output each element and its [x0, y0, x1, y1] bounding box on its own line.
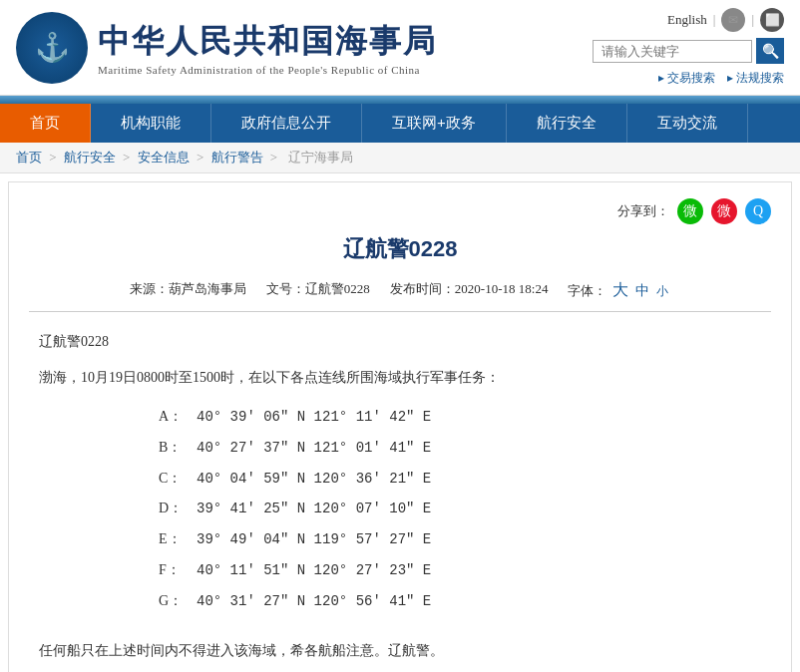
email-icon[interactable]: ✉ — [721, 8, 745, 32]
breadcrumb-home[interactable]: 首页 — [16, 150, 42, 165]
article-meta: 来源：葫芦岛海事局 文号：辽航警0228 发布时间：2020-10-18 18:… — [29, 280, 771, 312]
coord-row: B：40° 27′ 37″ N 121° 01′ 41″ E — [159, 433, 761, 464]
coord-row: E：39° 49′ 04″ N 119° 57′ 27″ E — [159, 524, 761, 555]
coord-label: A： — [159, 402, 189, 433]
header: 中华人民共和国海事局 Maritime Safety Administratio… — [0, 0, 800, 96]
exchange-link[interactable]: ▸ 交易搜索 — [658, 70, 715, 87]
nav-interact[interactable]: 互动交流 — [627, 104, 748, 143]
breadcrumb-sep2: > — [123, 150, 134, 165]
coord-row: C：40° 04′ 59″ N 120° 36′ 21″ E — [159, 464, 761, 495]
meta-time: 发布时间：2020-10-18 18:24 — [390, 280, 549, 301]
coord-value: 40° 31′ 27″ N 120° 56′ 41″ E — [197, 586, 431, 617]
article-title: 辽航警0228 — [29, 234, 771, 264]
breadcrumb-sep4: > — [270, 150, 281, 165]
search-bar — [593, 38, 784, 64]
breadcrumb-info[interactable]: 安全信息 — [138, 150, 190, 165]
font-label: 字体： — [568, 283, 606, 298]
logo-en-text: Maritime Safety Administration of the Pe… — [98, 64, 437, 76]
coord-row: D：39° 41′ 25″ N 120° 07′ 10″ E — [159, 494, 761, 524]
breadcrumb: 首页 > 航行安全 > 安全信息 > 航行警告 > 辽宁海事局 — [0, 143, 800, 173]
coord-row: G：40° 31′ 27″ N 120° 56′ 41″ E — [159, 586, 761, 617]
nav-internet[interactable]: 互联网+政务 — [362, 104, 507, 143]
coord-value: 40° 39′ 06″ N 121° 11′ 42″ E — [197, 402, 431, 433]
breadcrumb-sep3: > — [197, 150, 207, 165]
breadcrumb-current: 辽宁海事局 — [288, 150, 353, 165]
nav-gov[interactable]: 政府信息公开 — [211, 104, 362, 143]
meta-font: 字体： 大 中 小 — [568, 280, 670, 301]
divider2: | — [751, 12, 754, 28]
meta-docno: 文号：辽航警0228 — [266, 280, 370, 301]
coords-table: A：40° 39′ 06″ N 121° 11′ 42″ EB：40° 27′ … — [159, 402, 761, 617]
search-button[interactable] — [756, 38, 784, 64]
share-weibo-icon[interactable]: 微 — [711, 198, 737, 224]
nav-home[interactable]: 首页 — [0, 104, 91, 143]
nav-safety[interactable]: 航行安全 — [507, 104, 627, 143]
top-links: English | ✉ | ⬜ — [667, 8, 784, 32]
logo-area: 中华人民共和国海事局 Maritime Safety Administratio… — [16, 12, 437, 84]
coord-label: F： — [159, 555, 189, 586]
article-body: 辽航警0228 渤海，10月19日0800时至1500时，在以下各点连线所围海域… — [29, 328, 771, 665]
search-input[interactable] — [593, 40, 752, 63]
coord-label: G： — [159, 586, 189, 617]
coord-value: 40° 27′ 37″ N 121° 01′ 41″ E — [197, 433, 431, 464]
coord-label: E： — [159, 524, 189, 555]
body-intro: 辽航警0228 — [39, 328, 761, 356]
font-small[interactable]: 小 — [656, 284, 668, 298]
divider1: | — [713, 12, 716, 28]
logo-icon — [16, 12, 88, 84]
coord-row: F：40° 11′ 51″ N 120° 27′ 23″ E — [159, 555, 761, 586]
share-label: 分享到： — [617, 202, 669, 220]
coord-value: 40° 04′ 59″ N 120° 36′ 21″ E — [197, 464, 431, 495]
share-bar: 分享到： 微 微 Q — [29, 198, 771, 224]
header-right: English | ✉ | ⬜ ▸ 交易搜索 ▸ 法规搜索 — [593, 8, 784, 87]
quick-links: ▸ 交易搜索 ▸ 法规搜索 — [658, 70, 784, 87]
coord-value: 39° 41′ 25″ N 120° 07′ 10″ E — [197, 494, 431, 524]
main-nav: 首页 机构职能 政府信息公开 互联网+政务 航行安全 互动交流 — [0, 104, 800, 143]
breadcrumb-notice[interactable]: 航行警告 — [211, 150, 263, 165]
accessibility-icon[interactable]: ⬜ — [760, 8, 784, 32]
share-wechat-icon[interactable]: 微 — [677, 198, 703, 224]
law-link[interactable]: ▸ 法规搜索 — [727, 70, 784, 87]
coord-value: 39° 49′ 04″ N 119° 57′ 27″ E — [197, 524, 431, 555]
font-large[interactable]: 大 — [612, 281, 628, 298]
share-qq-icon[interactable]: Q — [745, 198, 771, 224]
logo-text: 中华人民共和国海事局 Maritime Safety Administratio… — [98, 20, 437, 76]
body-footer: 任何船只在上述时间内不得进入该海域，希各航船注意。辽航警。 — [39, 637, 761, 665]
logo-cn-text: 中华人民共和国海事局 — [98, 20, 437, 64]
coord-label: C： — [159, 464, 189, 495]
font-mid[interactable]: 中 — [635, 283, 649, 298]
meta-source: 来源：葫芦岛海事局 — [130, 280, 246, 301]
coord-label: D： — [159, 494, 189, 524]
breadcrumb-safety[interactable]: 航行安全 — [64, 150, 116, 165]
gradient-bar — [0, 96, 800, 104]
content-wrapper: 分享到： 微 微 Q 辽航警0228 来源：葫芦岛海事局 文号：辽航警0228 … — [8, 181, 792, 672]
english-link[interactable]: English — [667, 12, 707, 28]
coord-label: B： — [159, 433, 189, 464]
body-text: 渤海，10月19日0800时至1500时，在以下各点连线所围海域执行军事任务： — [39, 364, 761, 392]
coord-value: 40° 11′ 51″ N 120° 27′ 23″ E — [197, 555, 431, 586]
coord-row: A：40° 39′ 06″ N 121° 11′ 42″ E — [159, 402, 761, 433]
nav-org[interactable]: 机构职能 — [91, 104, 211, 143]
breadcrumb-sep1: > — [49, 150, 60, 165]
